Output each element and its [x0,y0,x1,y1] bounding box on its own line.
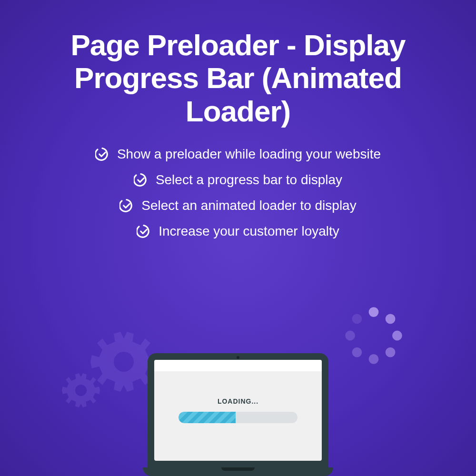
browser-bar [154,360,322,371]
laptop-screen: LOADING... [148,353,328,467]
screen-content: LOADING... [154,360,322,461]
progress-fill [178,412,236,423]
feature-text: Show a preloader while loading your webs… [117,147,381,162]
svg-point-0 [369,307,379,317]
svg-point-7 [352,314,362,324]
feature-item: Select a progress bar to display [134,172,342,188]
illustration: LOADING... [119,314,357,476]
feature-text: Increase your customer loyalty [159,224,339,239]
svg-point-5 [352,347,362,357]
laptop-notch [221,467,255,471]
progress-bar [178,412,298,423]
svg-point-2 [392,331,402,341]
check-icon [137,224,151,238]
svg-point-4 [369,354,379,364]
page-title: Page Preloader - Display Progress Bar (A… [19,29,457,128]
svg-point-6 [345,331,355,341]
features-list: Show a preloader while loading your webs… [95,147,381,239]
spinner-icon [343,305,405,367]
gear-icon [62,371,100,409]
check-icon [134,173,148,187]
loading-text: LOADING... [218,397,258,405]
feature-item: Show a preloader while loading your webs… [95,147,381,162]
feature-item: Increase your customer loyalty [137,224,339,239]
svg-point-1 [386,314,396,324]
svg-point-3 [386,347,396,357]
check-icon [95,147,109,161]
feature-item: Select an animated loader to display [119,198,356,213]
laptop-base [143,467,333,476]
feature-text: Select a progress bar to display [156,172,342,188]
feature-text: Select an animated loader to display [141,198,356,213]
check-icon [119,198,134,213]
laptop-camera [237,356,239,359]
laptop-illustration: LOADING... [143,353,333,476]
